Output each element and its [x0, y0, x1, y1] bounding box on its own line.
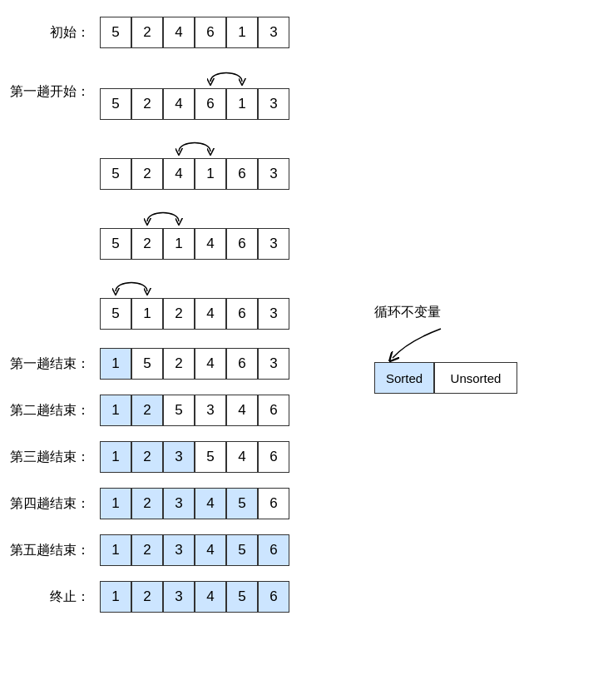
pass1-step2-row: 5 2 4 1 6 3: [8, 133, 600, 190]
cell: 4: [195, 228, 226, 260]
pass4-end-row: 第四趟结束： 1 2 3 4 5 6: [8, 488, 600, 519]
cell: 3: [258, 348, 289, 380]
pass5-end-row: 第五趟结束： 1 2 3 4 5 6: [8, 534, 600, 566]
legend-area: 循环不变量 Sorted Unsorted: [374, 304, 517, 394]
cell-sorted: 5: [226, 534, 258, 566]
cell: 4: [195, 298, 226, 330]
initial-label: 初始：: [8, 24, 100, 42]
swap-arrow-3: [100, 203, 289, 228]
final-array: 1 2 3 4 5 6: [100, 581, 289, 613]
cell: 2: [131, 228, 163, 260]
pass2-end-label: 第二趟结束：: [8, 402, 100, 420]
cell: 2: [163, 298, 195, 330]
cell-sorted: 5: [226, 581, 258, 613]
pass3-end-label: 第三趟结束：: [8, 449, 100, 466]
cell: 2: [131, 158, 163, 190]
cell: 1: [226, 88, 258, 120]
cell: 5: [100, 158, 131, 190]
cell: 2: [163, 348, 195, 380]
cell: 5: [195, 441, 226, 473]
cell: 3: [195, 395, 226, 426]
legend-arrow-svg: [374, 325, 474, 362]
cell-sorted: 2: [131, 581, 163, 613]
cell-sorted: 3: [163, 441, 195, 473]
cell-sorted: 4: [195, 488, 226, 519]
pass2-end-array: 1 2 5 3 4 6: [100, 395, 289, 426]
initial-array: 5 2 4 6 1 3: [100, 17, 289, 48]
cell-sorted: 2: [131, 488, 163, 519]
cell: 3: [258, 298, 289, 330]
cell-sorted: 3: [163, 488, 195, 519]
cell: 3: [258, 88, 289, 120]
cell-sorted: 3: [163, 581, 195, 613]
final-label: 终止：: [8, 588, 100, 606]
cell: 4: [163, 158, 195, 190]
cell: 1: [163, 228, 195, 260]
cell-sorted: 6: [258, 534, 289, 566]
cell: 6: [226, 158, 258, 190]
cell: 3: [258, 17, 289, 48]
cell-sorted: 5: [226, 488, 258, 519]
cell: 6: [226, 348, 258, 380]
cell-sorted: 2: [131, 534, 163, 566]
unsorted-box: Unsorted: [434, 362, 517, 394]
cell: 6: [258, 395, 289, 426]
legend-boxes: Sorted Unsorted: [374, 362, 517, 394]
legend-arrow-container: [374, 325, 474, 362]
cell-sorted: 1: [100, 395, 131, 426]
cell: 4: [226, 441, 258, 473]
cell: 4: [163, 17, 195, 48]
pass3-end-array: 1 2 3 5 4 6: [100, 441, 289, 473]
pass5-end-array: 1 2 3 4 5 6: [100, 534, 289, 566]
cell-sorted: 4: [195, 534, 226, 566]
pass3-end-row: 第三趟结束： 1 2 3 5 4 6: [8, 441, 600, 473]
cell: 1: [131, 298, 163, 330]
cell: 6: [195, 17, 226, 48]
pass1-start-label: 第一趟开始：: [8, 83, 100, 101]
pass1-step3-row: 5 2 1 4 6 3: [8, 203, 600, 260]
sorted-label: Sorted: [386, 371, 423, 385]
cell: 4: [163, 88, 195, 120]
pass1-end-label: 第一趟结束：: [8, 355, 100, 373]
cell: 5: [163, 395, 195, 426]
sorted-box: Sorted: [374, 362, 434, 394]
cell: 6: [226, 298, 258, 330]
swap-arrow-2: [100, 133, 289, 158]
cell: 6: [195, 88, 226, 120]
cell-sorted: 2: [131, 395, 163, 426]
pass4-end-array: 1 2 3 4 5 6: [100, 488, 289, 519]
cell: 6: [258, 488, 289, 519]
cell: 6: [258, 441, 289, 473]
cell: 5: [100, 228, 131, 260]
final-row: 终止： 1 2 3 4 5 6: [8, 581, 600, 613]
initial-row: 初始： 5 2 4 6 1 3: [8, 17, 600, 48]
unsorted-label: Unsorted: [451, 371, 502, 385]
cell: 3: [258, 158, 289, 190]
cell-sorted: 1: [100, 441, 131, 473]
cell-sorted: 3: [163, 534, 195, 566]
cell-sorted: 6: [258, 581, 289, 613]
cell: 5: [100, 298, 131, 330]
cell: 2: [131, 88, 163, 120]
pass1-end-array: 1 5 2 4 6 3: [100, 348, 289, 380]
cell: 4: [195, 348, 226, 380]
cell: 4: [226, 395, 258, 426]
cell: 5: [131, 348, 163, 380]
cell: 2: [131, 17, 163, 48]
cell: 6: [226, 228, 258, 260]
cell-sorted: 1: [100, 488, 131, 519]
pass1-start-row: 第一趟开始：: [8, 63, 600, 120]
legend-title: 循环不变量: [374, 304, 441, 321]
pass4-end-label: 第四趟结束：: [8, 495, 100, 513]
swap-arrow-1: [100, 63, 289, 88]
cell-sorted: 4: [195, 581, 226, 613]
cell: 3: [258, 228, 289, 260]
cell-sorted: 1: [100, 348, 131, 380]
pass2-end-row: 第二趟结束： 1 2 5 3 4 6: [8, 395, 600, 426]
cell: 5: [100, 88, 131, 120]
cell: 1: [195, 158, 226, 190]
cell: 5: [100, 17, 131, 48]
cell-sorted: 1: [100, 534, 131, 566]
cell-sorted: 1: [100, 581, 131, 613]
cell-sorted: 2: [131, 441, 163, 473]
